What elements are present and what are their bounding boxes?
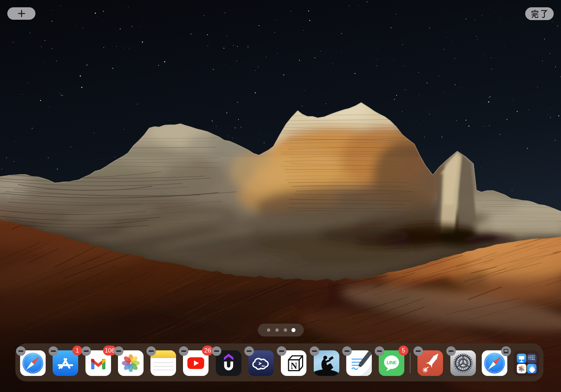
svg-text:LINE: LINE xyxy=(386,360,397,365)
svg-text:N: N xyxy=(291,361,297,371)
